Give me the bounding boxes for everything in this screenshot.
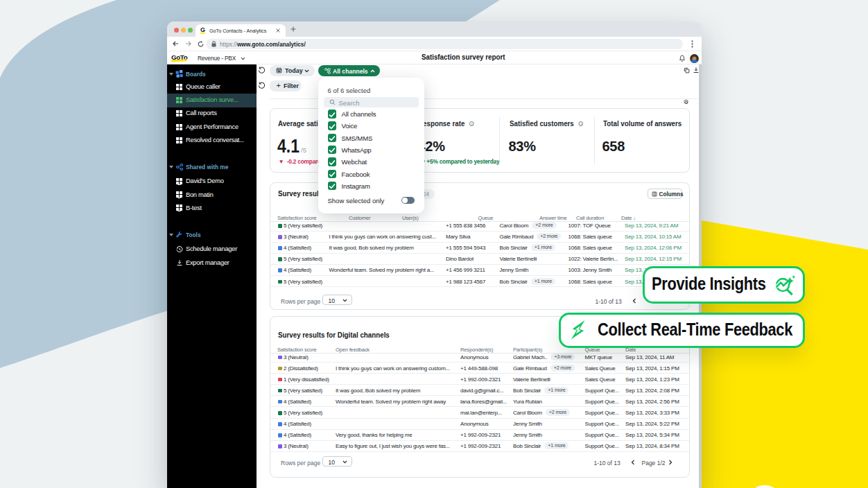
svg-text:G: G xyxy=(200,27,205,33)
